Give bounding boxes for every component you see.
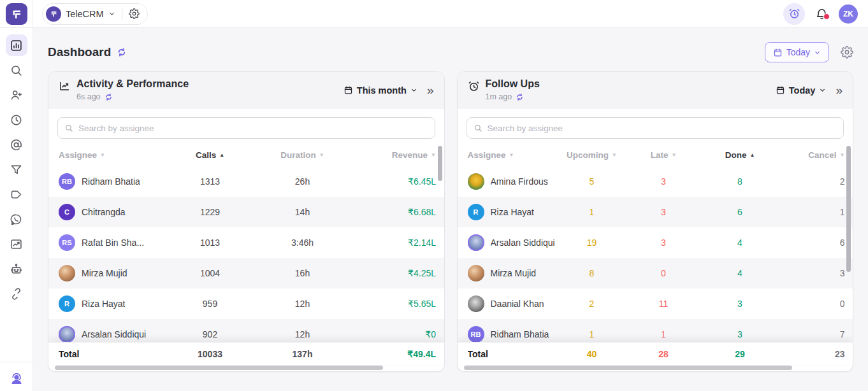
workspace-switcher[interactable]: TeleCRM — [42, 3, 148, 25]
sidebar-item-tags[interactable] — [6, 183, 27, 205]
expand-panel-icon[interactable]: » — [427, 84, 434, 96]
column-header-upcoming[interactable]: Upcoming▼ — [557, 150, 627, 160]
table-body: Amina Firdous5382RRiza Hayat1361Arsalan … — [458, 166, 853, 342]
table-row[interactable]: Arsalan Siddiqui90212h₹0 — [48, 319, 444, 342]
sidebar-item-support[interactable] — [6, 368, 27, 390]
column-header-revenue[interactable]: Revenue▼ — [361, 150, 436, 160]
sidebar-item-dashboard[interactable] — [6, 34, 27, 56]
horizontal-scrollbar[interactable] — [464, 366, 792, 370]
reminders-button[interactable] — [783, 3, 805, 25]
search-input[interactable] — [78, 124, 428, 133]
tag-icon — [10, 188, 23, 201]
panel-title: Activity & Performance — [76, 78, 189, 90]
cell-cancel: 3 — [780, 268, 845, 278]
assignee-name: Mirza Mujid — [82, 268, 127, 278]
sidebar-item-automation[interactable] — [6, 258, 27, 280]
column-header-late[interactable]: Late▼ — [627, 150, 700, 160]
sort-desc-icon: ▼ — [671, 152, 676, 158]
column-header-duration[interactable]: Duration▼ — [243, 150, 361, 160]
avatar: RB — [59, 173, 75, 190]
panel-date-filter[interactable]: Today — [776, 85, 827, 96]
table-row[interactable]: Mirza Mujid100416h₹4.25L — [48, 258, 444, 288]
cell-calls: 959 — [177, 299, 243, 309]
panel-refresh-icon[interactable] — [516, 93, 524, 101]
horizontal-scrollbar[interactable] — [55, 366, 383, 370]
table-row[interactable]: RRiza Hayat1361 — [458, 197, 853, 227]
assignee-cell: Daanial Khan — [468, 295, 557, 312]
column-header-cancel[interactable]: Cancel▼ — [780, 150, 845, 160]
panel-updated: 6s ago — [76, 92, 101, 101]
sidebar-item-search[interactable] — [6, 59, 27, 81]
sidebar-item-reports[interactable] — [6, 233, 27, 255]
panel-date-filter[interactable]: This month — [344, 85, 417, 96]
total-revenue: ₹49.4L — [361, 349, 436, 359]
cell-calls: 1313 — [177, 176, 243, 187]
sidebar-item-filters[interactable] — [6, 159, 27, 180]
assignee-cell: RBRidham Bhatia — [59, 173, 177, 190]
total-calls: 10033 — [177, 349, 243, 359]
panel-header: Activity & Performance 6s ago — [48, 72, 444, 109]
table-row[interactable]: RBRidham Bhatia131326h₹6.45L — [48, 166, 444, 197]
topbar-actions: ZK — [783, 3, 868, 25]
table-row[interactable]: RSRafat Bin Sha...10133:46h₹2.14L — [48, 227, 444, 258]
filter-icon — [10, 163, 23, 176]
total-upcoming: 40 — [557, 349, 627, 359]
cell-done: 3 — [700, 329, 780, 339]
page-date-filter[interactable]: Today — [765, 42, 829, 62]
sidebar-item-add-lead[interactable] — [6, 84, 27, 106]
sort-desc-icon: ▼ — [319, 152, 324, 158]
table-header: Assignee▼Calls▲Duration▼Revenue▼ — [48, 143, 444, 166]
sidebar-item-recent-activity[interactable] — [6, 109, 27, 131]
sidebar — [0, 28, 33, 391]
sidebar-item-whatsapp[interactable] — [6, 208, 27, 230]
assignee-cell: RRiza Hayat — [59, 295, 177, 312]
panel-refresh-icon[interactable] — [105, 93, 113, 101]
trend-chart-icon — [59, 80, 71, 92]
vertical-scrollbar[interactable] — [846, 146, 851, 272]
workspace-settings-icon[interactable] — [129, 8, 140, 19]
panel-header: Follow Ups 1m ago — [458, 72, 853, 109]
total-late: 28 — [627, 349, 700, 359]
table-row[interactable]: Arsalan Siddiqui19346 — [458, 227, 853, 258]
column-header-assignee[interactable]: Assignee▼ — [468, 150, 557, 160]
search-input[interactable] — [488, 124, 837, 133]
telecrm-logo-icon — [6, 3, 27, 25]
table-row[interactable]: RBRidham Bhatia1137 — [458, 319, 853, 342]
cell-revenue: ₹6.68L — [361, 207, 436, 217]
bar-chart-icon — [10, 39, 23, 52]
column-header-calls[interactable]: Calls▲ — [177, 150, 243, 160]
dashboard-settings-icon[interactable] — [841, 46, 853, 59]
assignee-cell: Amina Firdous — [468, 173, 557, 190]
cell-calls: 1013 — [177, 238, 243, 248]
search-icon — [474, 124, 482, 132]
support-headset-icon — [9, 371, 24, 387]
chevron-down-icon — [819, 87, 826, 94]
cell-calls: 902 — [177, 329, 243, 339]
column-header-done[interactable]: Done▲ — [700, 150, 780, 160]
column-header-assignee[interactable]: Assignee▼ — [59, 150, 177, 160]
cell-upcoming: 1 — [557, 329, 627, 339]
avatar — [468, 295, 484, 312]
page-refresh-icon[interactable] — [117, 47, 127, 57]
sidebar-bottom — [0, 362, 33, 391]
table-row[interactable]: Mirza Mujid8043 — [458, 258, 853, 288]
page-date-filter-label: Today — [786, 47, 810, 57]
assignee-name: Daanial Khan — [491, 299, 544, 309]
total-label: Total — [59, 349, 177, 359]
search-box — [57, 117, 435, 139]
avatar — [59, 326, 75, 342]
sidebar-item-integrations[interactable] — [6, 283, 27, 304]
table-row[interactable]: RRiza Hayat95912h₹5.65L — [48, 288, 444, 319]
user-avatar[interactable]: ZK — [839, 4, 858, 24]
assignee-name: Ridham Bhatia — [82, 176, 140, 187]
expand-panel-icon[interactable]: » — [835, 84, 843, 96]
table-row[interactable]: Daanial Khan21130 — [458, 288, 853, 319]
sidebar-item-mentions[interactable] — [6, 134, 27, 155]
vertical-scrollbar[interactable] — [438, 146, 442, 181]
avatar: RS — [59, 234, 75, 251]
assignee-cell: Arsalan Siddiqui — [59, 326, 177, 342]
table-row[interactable]: CChitrangda122914h₹6.68L — [48, 197, 444, 227]
table-row[interactable]: Amina Firdous5382 — [458, 166, 853, 197]
notifications-button[interactable] — [815, 7, 828, 20]
assignee-cell: RBRidham Bhatia — [468, 326, 557, 342]
